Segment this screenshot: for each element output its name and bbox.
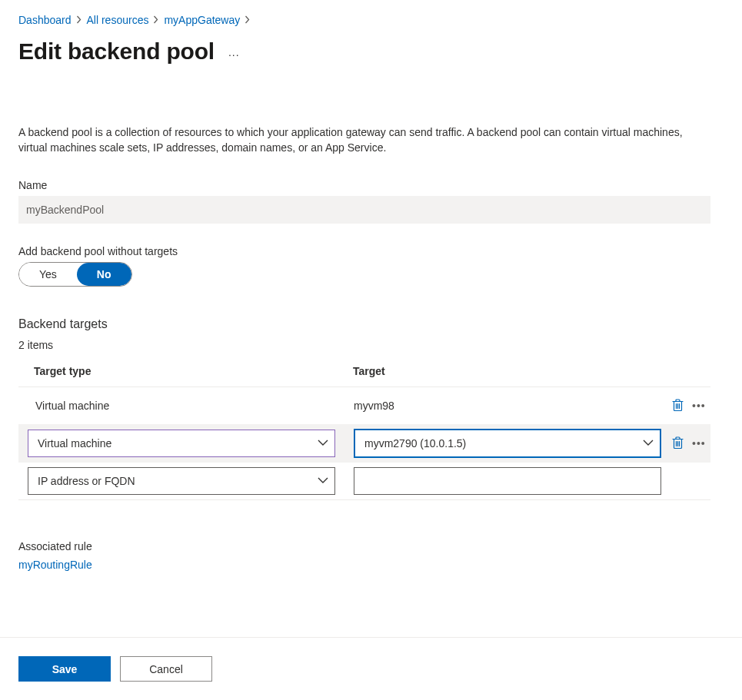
table-row: IP address or FQDN: [18, 463, 710, 500]
without-targets-label: Add backend pool without targets: [18, 245, 724, 257]
trash-icon[interactable]: [669, 397, 686, 414]
chevron-down-icon: [318, 440, 328, 446]
target-value: myvm98: [354, 400, 394, 412]
backend-targets-count: 2 items: [18, 339, 724, 351]
footer: Save Cancel: [0, 637, 742, 700]
chevron-right-icon: [153, 15, 159, 25]
breadcrumb: Dashboard All resources myAppGateway: [18, 14, 724, 26]
name-input[interactable]: [18, 196, 710, 224]
more-icon[interactable]: •••: [692, 437, 706, 450]
chevron-right-icon: [76, 15, 82, 25]
chevron-down-icon: [643, 440, 654, 446]
more-icon[interactable]: •••: [692, 400, 706, 412]
associated-rule-link[interactable]: myRoutingRule: [18, 559, 92, 571]
table-row: Virtual machine myvm2790 (10.0.1.5): [18, 424, 710, 463]
breadcrumb-dashboard[interactable]: Dashboard: [18, 14, 72, 26]
chevron-right-icon: [245, 15, 251, 25]
trash-icon[interactable]: [669, 435, 686, 452]
column-header-type: Target type: [34, 365, 353, 377]
target-type-select[interactable]: Virtual machine: [28, 430, 335, 457]
target-type-select[interactable]: IP address or FQDN: [28, 467, 335, 495]
chevron-down-icon: [318, 477, 328, 484]
page-title: Edit backend pool: [18, 38, 215, 65]
target-type-value: Virtual machine: [38, 437, 111, 450]
toggle-yes[interactable]: Yes: [19, 263, 77, 286]
cancel-button[interactable]: Cancel: [120, 656, 212, 682]
table-row: Virtual machine myvm98 •••: [18, 387, 710, 424]
target-value: myvm2790 (10.0.1.5): [364, 437, 466, 450]
backend-targets-title: Backend targets: [18, 317, 724, 331]
without-targets-toggle: Yes No: [18, 262, 132, 287]
column-header-target: Target: [353, 365, 701, 377]
breadcrumb-all-resources[interactable]: All resources: [87, 14, 149, 26]
backend-targets-table: Target type Target Virtual machine myvm9…: [18, 359, 710, 500]
target-type-value: IP address or FQDN: [38, 475, 135, 487]
associated-rule-label: Associated rule: [18, 540, 724, 552]
more-actions-icon[interactable]: ···: [228, 42, 240, 61]
target-type-value: Virtual machine: [28, 400, 109, 412]
save-button[interactable]: Save: [18, 656, 111, 682]
target-input[interactable]: [354, 467, 661, 495]
name-label: Name: [18, 179, 724, 191]
target-select[interactable]: myvm2790 (10.0.1.5): [354, 429, 661, 458]
page-description: A backend pool is a collection of resour…: [18, 124, 704, 156]
breadcrumb-app-gateway[interactable]: myAppGateway: [164, 14, 240, 26]
toggle-no[interactable]: No: [77, 263, 131, 286]
